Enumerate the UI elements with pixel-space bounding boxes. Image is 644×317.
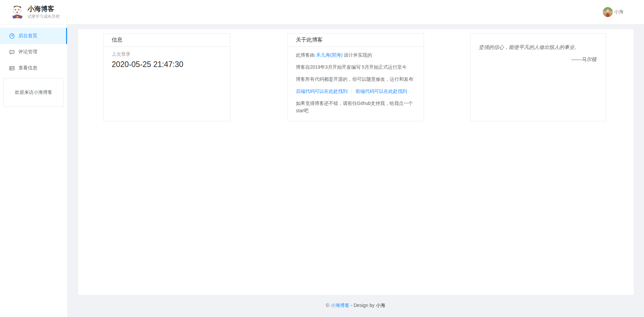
sidebar-item-dashboard[interactable]: 后台首页 (0, 28, 67, 44)
info-card: 信息 上次登录 2020-05-25 21:47:30 (103, 33, 230, 121)
welcome-text: 欢迎来访小海博客 (15, 89, 52, 96)
page-footer: © 小海博客 - Design by 小海 (67, 295, 644, 309)
footer-site-link[interactable]: 小海博客 (331, 303, 350, 308)
about-paragraph-opensource: 博客所有代码都是开源的，你可以随意修改，运行和发布 (296, 75, 416, 83)
main-area: 信息 上次登录 2020-05-25 21:47:30 关于此博客 此博客由 禾… (67, 24, 644, 317)
about-card: 关于此博客 此博客由 禾几海(郑海) 设计并实现的 博客自2019年3月开始开发… (287, 33, 424, 121)
link-divider: | (351, 88, 352, 94)
sidebar: 后台首页 评论管理 查看信息 (0, 24, 67, 317)
brand: 小海博客 记录学习成长历程 (12, 5, 60, 19)
sidebar-item-label: 查看信息 (18, 65, 37, 71)
brand-text: 小海博客 记录学习成长历程 (28, 5, 60, 19)
about-paragraph-links: 后端代码可以在此处找到|前端代码可以在此处找到 (296, 87, 416, 95)
welcome-box: 欢迎来访小海博客 (3, 78, 64, 107)
sidebar-item-comments[interactable]: 评论管理 (0, 44, 67, 60)
last-login-value: 2020-05-25 21:47:30 (112, 60, 222, 69)
sidebar-item-label: 后台首页 (18, 33, 37, 39)
user-name: 小海 (614, 9, 624, 15)
cards-row: 信息 上次登录 2020-05-25 21:47:30 关于此博客 此博客由 禾… (103, 33, 634, 121)
quote-card: 坚强的信心，能使平凡的人做出惊人的事业。 ——马尔顿 (470, 33, 606, 121)
quote-author: ——马尔顿 (479, 56, 596, 63)
sidebar-item-info[interactable]: 查看信息 (0, 60, 67, 76)
about-card-body: 此博客由 禾几海(郑海) 设计并实现的 博客自2019年3月开始开发编写 5月开… (288, 47, 424, 124)
main-layout: 后台首页 评论管理 查看信息 (0, 24, 644, 317)
footer-middle-text: - Design by (350, 303, 376, 308)
frontend-code-link[interactable]: 前端代码可以在此处找到 (356, 88, 407, 94)
info-card-title: 信息 (104, 34, 230, 47)
about-author-prefix: 此博客由 (296, 52, 316, 58)
blog-logo-icon (12, 5, 23, 19)
site-title: 小海博客 (28, 5, 60, 13)
about-author-suffix: 设计并实现的 (342, 52, 372, 58)
quote-text: 坚强的信心，能使平凡的人做出惊人的事业。 (479, 44, 596, 51)
author-link[interactable]: 禾几海(郑海) (316, 52, 342, 58)
content-panel: 信息 上次登录 2020-05-25 21:47:30 关于此博客 此博客由 禾… (78, 29, 634, 295)
site-subtitle: 记录学习成长历程 (28, 14, 60, 19)
user-menu[interactable]: 小海 (603, 7, 624, 17)
sidebar-item-label: 评论管理 (18, 49, 37, 55)
idcard-icon (9, 65, 15, 71)
comment-icon (9, 49, 15, 55)
user-avatar[interactable] (603, 7, 613, 17)
footer-designer-name: 小海 (376, 303, 385, 308)
dashboard-icon (9, 33, 15, 39)
about-paragraph-history: 博客自2019年3月开始开发编写 5月开始正式运行至今 (296, 63, 416, 71)
backend-code-link[interactable]: 后端代码可以在此处找到 (296, 88, 347, 94)
info-card-body: 上次登录 2020-05-25 21:47:30 (104, 47, 230, 74)
about-paragraph-author: 此博客由 禾几海(郑海) 设计并实现的 (296, 51, 416, 59)
last-login-label: 上次登录 (112, 51, 222, 57)
copyright-symbol: © (326, 303, 329, 308)
quote-body: 坚强的信心，能使平凡的人做出惊人的事业。 ——马尔顿 (471, 34, 606, 63)
about-card-title: 关于此博客 (288, 34, 424, 47)
about-paragraph-star: 如果觉得博客还不错，请前往Github支持我，给我点一个star吧 (296, 100, 416, 114)
app-header: 小海博客 记录学习成长历程 小海 (0, 0, 644, 24)
